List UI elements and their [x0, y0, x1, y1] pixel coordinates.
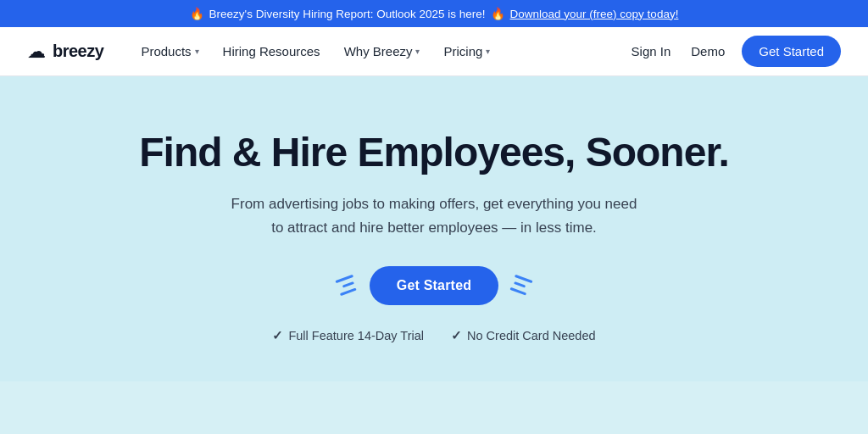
hero-cta-area: Get Started	[337, 266, 531, 305]
hero-title: Find & Hire Employees, Sooner.	[139, 129, 729, 175]
feature-no-card-text: No Credit Card Needed	[467, 329, 596, 342]
check-icon: ✓	[272, 329, 283, 342]
spark-line	[340, 288, 357, 297]
nav-item-why-breezy[interactable]: Why Breezy ▾	[334, 37, 431, 65]
announcement-emoji-right: 🔥	[491, 7, 505, 20]
announcement-text: Breezy's Diversity Hiring Report: Outloo…	[209, 8, 486, 20]
logo-text: breezy	[53, 42, 103, 61]
hero-section: Find & Hire Employees, Sooner. From adve…	[0, 76, 868, 381]
chevron-down-icon: ▾	[415, 47, 420, 56]
hero-features: ✓ Full Feature 14-Day Trial ✓ No Credit …	[272, 329, 595, 342]
nav-why-label: Why Breezy	[344, 44, 413, 58]
feature-trial: ✓ Full Feature 14-Day Trial	[272, 329, 424, 342]
nav-get-started-button[interactable]: Get Started	[742, 36, 841, 67]
sparkle-right-decoration	[510, 275, 533, 296]
hero-subtitle: From advertising jobs to making offers, …	[231, 192, 637, 238]
nav-item-pricing[interactable]: Pricing ▾	[433, 37, 500, 65]
announcement-emoji-left: 🔥	[190, 7, 204, 20]
feature-no-card: ✓ No Credit Card Needed	[451, 329, 596, 342]
check-icon: ✓	[451, 329, 462, 342]
logo-icon: ☁	[27, 41, 46, 63]
nav-links: Products ▾ Hiring Resources Why Breezy ▾…	[131, 37, 627, 65]
announcement-banner: 🔥 Breezy's Diversity Hiring Report: Outl…	[0, 0, 868, 27]
nav-products-label: Products	[141, 44, 191, 58]
demo-link[interactable]: Demo	[687, 37, 728, 65]
nav-hiring-label: Hiring Resources	[223, 44, 320, 58]
nav-item-products[interactable]: Products ▾	[131, 37, 209, 65]
logo-link[interactable]: ☁ breezy	[27, 41, 103, 63]
announcement-link[interactable]: Download your (free) copy today!	[510, 8, 679, 20]
sign-in-link[interactable]: Sign In	[628, 37, 675, 65]
nav-right: Sign In Demo Get Started	[628, 36, 841, 67]
hero-get-started-button[interactable]: Get Started	[370, 266, 498, 305]
spark-line	[514, 281, 526, 288]
spark-line	[510, 287, 527, 296]
feature-trial-text: Full Feature 14-Day Trial	[288, 329, 424, 342]
navbar: ☁ breezy Products ▾ Hiring Resources Why…	[0, 27, 868, 76]
nav-item-hiring-resources[interactable]: Hiring Resources	[213, 37, 331, 65]
sparkle-left-decoration	[335, 275, 358, 296]
chevron-down-icon: ▾	[195, 47, 199, 56]
nav-pricing-label: Pricing	[443, 44, 482, 58]
spark-line	[342, 281, 354, 288]
chevron-down-icon: ▾	[486, 47, 490, 56]
